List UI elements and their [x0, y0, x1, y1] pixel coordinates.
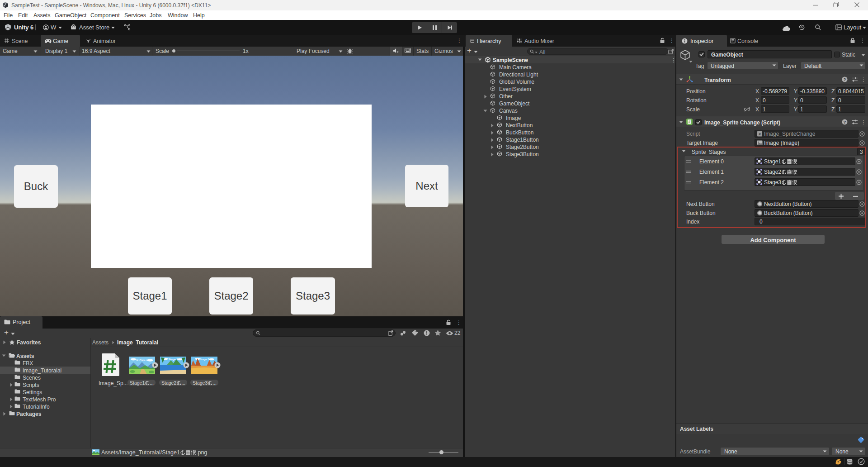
svg-text:#: # [689, 119, 691, 124]
svg-text:?: ? [844, 77, 846, 82]
svg-text:Stage 3: Stage 3 [199, 358, 209, 361]
svg-text:Stage 2: Stage 2 [168, 358, 178, 361]
svg-text:?: ? [844, 120, 846, 124]
svg-text:#: # [759, 132, 761, 136]
svg-text:STAGE 1: STAGE 1 [136, 358, 148, 361]
